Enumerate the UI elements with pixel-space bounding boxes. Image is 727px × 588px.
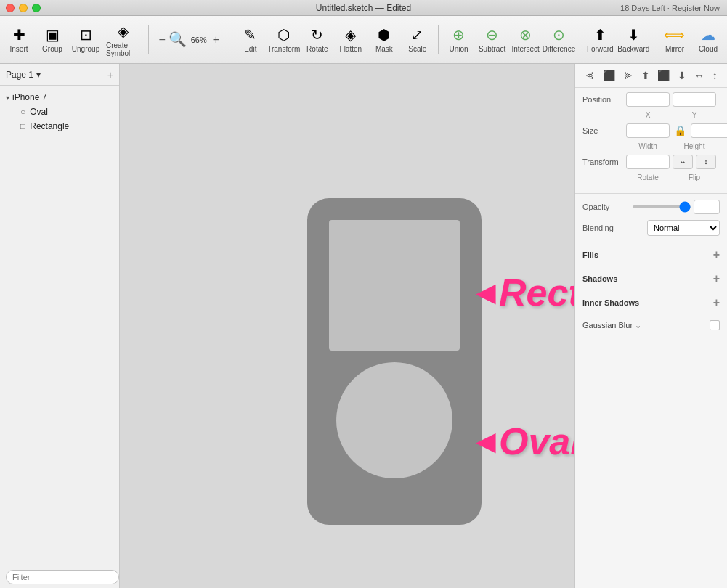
mask-tool[interactable]: ⬢ Mask bbox=[368, 19, 400, 61]
rotate-tool[interactable]: ↻ Rotate bbox=[301, 19, 333, 61]
union-tool[interactable]: ⊕ Union bbox=[443, 19, 475, 61]
x-label: X bbox=[626, 111, 670, 119]
sidebar-header: Page 1 ▾ + bbox=[0, 64, 119, 86]
position-inputs bbox=[626, 92, 716, 107]
opacity-input[interactable] bbox=[694, 200, 720, 214]
filter-input[interactable] bbox=[6, 570, 119, 584]
position-label: Position bbox=[582, 95, 626, 104]
group-tool[interactable]: ▣ Group bbox=[36, 19, 68, 61]
align-bottom-button[interactable]: ⬇ bbox=[676, 68, 688, 83]
divider-2 bbox=[575, 242, 727, 242]
arrow-rectangle-icon: ◀ bbox=[476, 277, 496, 308]
create-symbol-label: Create Symbol bbox=[106, 41, 141, 57]
align-right-button[interactable]: ⫸ bbox=[622, 68, 635, 83]
scale-tool[interactable]: ⤢ Scale bbox=[402, 19, 434, 61]
transform-icon: ⬡ bbox=[277, 26, 290, 44]
zoom-value: 66% bbox=[188, 36, 210, 44]
backward-tool[interactable]: ⬇ Backward bbox=[617, 19, 649, 61]
trial-notice[interactable]: 18 Days Left · Register Now bbox=[620, 4, 720, 12]
transform-labels: Rotate Flip bbox=[626, 173, 720, 181]
zoom-out-button[interactable]: − bbox=[157, 33, 166, 46]
oval-layer-name: Oval bbox=[30, 107, 48, 117]
add-page-icon[interactable]: + bbox=[107, 69, 113, 81]
add-shadow-button[interactable]: + bbox=[713, 272, 720, 285]
y-input[interactable] bbox=[673, 92, 716, 107]
height-input[interactable] bbox=[691, 123, 727, 138]
device-frame bbox=[307, 198, 482, 525]
forward-icon: ⬆ bbox=[594, 26, 606, 44]
lock-icon[interactable]: 🔒 bbox=[674, 125, 686, 136]
difference-tool[interactable]: ⊙ Difference bbox=[543, 19, 575, 61]
zoom-icon: 🔍 bbox=[168, 30, 187, 48]
zoom-in-button[interactable]: + bbox=[211, 33, 221, 46]
canvas[interactable]: iPhone 7 ◀ Rectangle ◀ OvarI bbox=[120, 64, 574, 588]
position-section: Position X Y Size 🔒 Width bbox=[575, 88, 727, 190]
rotate-icon: ↻ bbox=[311, 26, 323, 44]
ungroup-tool[interactable]: ⊡ Ungroup bbox=[70, 19, 102, 61]
rectangle-layer-icon: □ bbox=[20, 121, 25, 131]
blending-select[interactable]: Normal Multiply Screen Overlay bbox=[647, 220, 720, 236]
flatten-tool[interactable]: ◈ Flatten bbox=[335, 19, 367, 61]
main-layout: Page 1 ▾ + ▾ iPhone 7 ○ Oval □ Rectangle bbox=[0, 64, 727, 588]
distribute-h-button[interactable]: ↔ bbox=[693, 68, 706, 83]
shadows-section-title: Shadows + bbox=[575, 269, 727, 287]
align-left-button[interactable]: ⫷ bbox=[583, 68, 596, 83]
opacity-label: Opacity bbox=[582, 203, 609, 211]
sidebar: Page 1 ▾ + ▾ iPhone 7 ○ Oval □ Rectangle bbox=[0, 64, 120, 588]
maximize-button[interactable] bbox=[32, 4, 41, 12]
sidebar-footer: 📋 ✏ 0 bbox=[0, 565, 119, 588]
backward-icon: ⬇ bbox=[628, 26, 640, 44]
subtract-icon: ⊖ bbox=[486, 26, 498, 44]
flip-h-button[interactable]: ↔ bbox=[673, 155, 693, 169]
page-selector[interactable]: Page 1 ▾ bbox=[6, 70, 41, 80]
flip-label: Flip bbox=[673, 173, 716, 181]
rotate-label: Rotate bbox=[306, 45, 328, 53]
intersect-tool[interactable]: ⊗ Intersect bbox=[510, 19, 542, 61]
edit-label: Edit bbox=[244, 45, 256, 53]
align-middle-v-button[interactable]: ⬛ bbox=[656, 68, 671, 83]
subtract-label: Subtract bbox=[479, 45, 505, 53]
insert-tool[interactable]: ✚ Insert bbox=[3, 19, 35, 61]
opacity-slider[interactable] bbox=[633, 205, 691, 208]
rotate-input[interactable] bbox=[626, 155, 670, 169]
device-circle bbox=[336, 362, 452, 478]
mirror-tool[interactable]: ⟺ Mirror bbox=[659, 19, 691, 61]
layer-group-header-iphone7[interactable]: ▾ iPhone 7 bbox=[0, 90, 119, 105]
layer-item-rectangle[interactable]: □ Rectangle bbox=[0, 119, 119, 134]
transform-tool[interactable]: ⬡ Transform bbox=[268, 19, 300, 61]
insert-icon: ✚ bbox=[13, 26, 25, 44]
annotation-oval-label: OvarI bbox=[499, 420, 574, 463]
add-fill-button[interactable]: + bbox=[713, 248, 720, 261]
xy-labels: X Y bbox=[626, 111, 720, 119]
distribute-v-button[interactable]: ↕ bbox=[711, 68, 719, 83]
mirror-label: Mirror bbox=[665, 45, 684, 53]
flip-v-button[interactable]: ↕ bbox=[696, 155, 716, 169]
blending-label: Blending bbox=[582, 224, 614, 232]
create-symbol-tool[interactable]: ◈ Create Symbol bbox=[103, 19, 144, 61]
traffic-lights bbox=[6, 4, 41, 12]
device-screen bbox=[329, 220, 460, 351]
x-input[interactable] bbox=[626, 92, 670, 107]
layer-item-oval[interactable]: ○ Oval bbox=[0, 105, 119, 119]
layer-tree: ▾ iPhone 7 ○ Oval □ Rectangle bbox=[0, 86, 119, 565]
forward-tool[interactable]: ⬆ Forward bbox=[584, 19, 616, 61]
shadows-label: Shadows bbox=[582, 274, 617, 283]
width-input[interactable] bbox=[626, 123, 670, 138]
align-top-button[interactable]: ⬆ bbox=[640, 68, 651, 83]
align-center-h-button[interactable]: ⬛ bbox=[601, 68, 617, 83]
close-button[interactable] bbox=[6, 4, 15, 12]
minimize-button[interactable] bbox=[19, 4, 28, 12]
edit-tool[interactable]: ✎ Edit bbox=[235, 19, 267, 61]
cloud-tool[interactable]: ☁ Cloud bbox=[692, 19, 724, 61]
inner-shadows-section-title: Inner Shadows + bbox=[575, 293, 727, 311]
flatten-label: Flatten bbox=[340, 45, 362, 53]
size-inputs: 🔒 bbox=[626, 123, 727, 138]
subtract-tool[interactable]: ⊖ Subtract bbox=[476, 19, 508, 61]
gaussian-blur-checkbox[interactable] bbox=[710, 320, 720, 330]
add-inner-shadow-button[interactable]: + bbox=[713, 296, 720, 309]
divider-4 bbox=[575, 290, 727, 290]
inner-shadows-label: Inner Shadows bbox=[582, 298, 639, 307]
union-label: Union bbox=[449, 45, 468, 53]
annotation-rectangle: ◀ Rectangle bbox=[476, 271, 574, 314]
separator-1 bbox=[148, 25, 149, 54]
